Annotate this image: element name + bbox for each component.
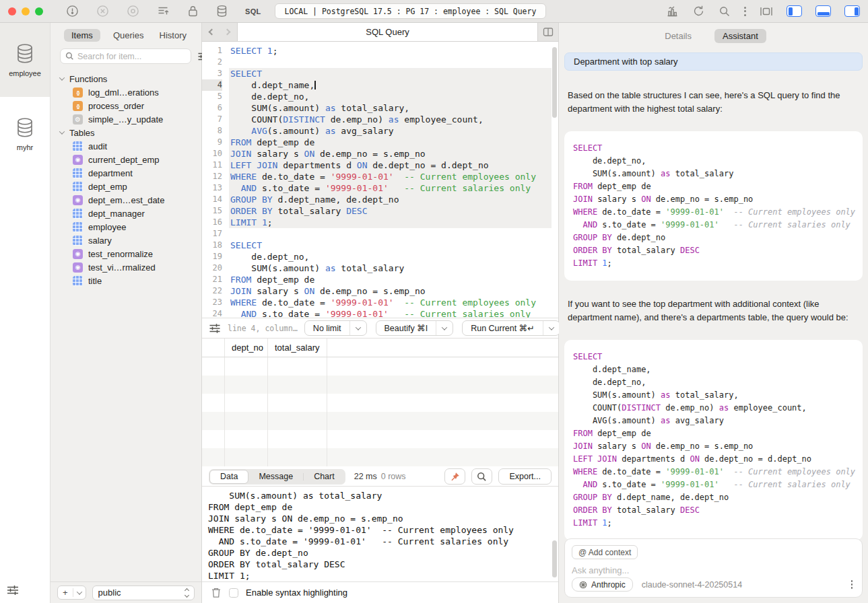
tree-item-salary[interactable]: salary xyxy=(60,234,201,247)
preview-scrollbar[interactable] xyxy=(552,540,557,577)
tree-item-test-renormalize[interactable]: ◉test_renormalize xyxy=(60,247,201,260)
item-search-box[interactable] xyxy=(60,48,191,64)
editor-scrollbar[interactable] xyxy=(552,47,557,118)
conversation-title-banner[interactable]: Department with top salary xyxy=(564,52,863,71)
tab-history[interactable]: History xyxy=(157,29,189,42)
filter-sliders-icon[interactable] xyxy=(209,322,221,334)
code-line: AND s.to_date = '9999-01-01' -- Current … xyxy=(229,308,552,318)
connection-myhr[interactable]: myhr xyxy=(0,97,50,171)
tab-assistant[interactable]: Assistant xyxy=(714,29,766,43)
tree-item-process-order[interactable]: {}process_order xyxy=(60,99,201,112)
code-line: COUNT(DISTINCT de.emp_no) as employee_co… xyxy=(229,114,552,125)
tree-section-functions[interactable]: Functions xyxy=(60,72,201,85)
beautify-button[interactable]: Beautify ⌘I xyxy=(376,320,454,336)
composer-more-icon[interactable] xyxy=(851,580,856,589)
table-icon xyxy=(73,209,83,219)
tab-chart[interactable]: Chart xyxy=(304,470,345,484)
tree-item-dept-em-est-date[interactable]: ◉dept_em…est_date xyxy=(60,193,201,207)
close-window-button[interactable] xyxy=(8,7,16,15)
refresh-icon[interactable] xyxy=(692,5,705,17)
split-view-icon[interactable] xyxy=(538,23,558,41)
tree-item-dept-emp[interactable]: dept_emp xyxy=(60,180,201,193)
table-row[interactable] xyxy=(202,448,558,466)
forward-icon[interactable] xyxy=(224,29,231,36)
preview-eye-icon[interactable] xyxy=(127,5,139,17)
line-number: 1 xyxy=(202,45,222,57)
code-area[interactable]: SELECT 1;SELECT d.dept_name, de.dept_no,… xyxy=(229,45,558,318)
search-results-button[interactable] xyxy=(471,468,492,485)
code-line: FROM dept_emp de xyxy=(229,274,552,285)
more-options-icon[interactable] xyxy=(744,7,746,16)
code-line: WHERE de.to_date = '9999-01-01' -- Curre… xyxy=(573,466,854,478)
add-context-chip[interactable]: @ Add context xyxy=(572,545,638,559)
sql-editor[interactable]: 123456789101112131415161718192021222324 … xyxy=(202,42,558,318)
database-icon[interactable] xyxy=(216,5,228,17)
query-preview[interactable]: SUM(s.amount) as total_salaryFROM dept_e… xyxy=(202,486,558,581)
chart-icon[interactable] xyxy=(666,5,679,17)
assistant-code-block-2[interactable]: SELECT d.dept_name, de.dept_no, SUM(s.am… xyxy=(564,340,863,540)
tree-item-label: dept_em…est_date xyxy=(88,195,164,205)
pin-button[interactable] xyxy=(444,468,465,485)
tree-section-tables[interactable]: Tables xyxy=(60,126,201,139)
function-icon: {} xyxy=(73,101,83,111)
tab-details[interactable]: Details xyxy=(661,29,696,43)
tab-sql-query[interactable]: SQL Query xyxy=(237,23,538,41)
minimize-window-button[interactable] xyxy=(22,7,30,15)
tree-item-employee[interactable]: employee xyxy=(60,220,201,234)
toggle-right-panel-button[interactable] xyxy=(844,5,860,17)
lock-icon[interactable] xyxy=(187,5,199,17)
schema-select[interactable]: public xyxy=(92,586,195,600)
limit-dropdown[interactable]: No limit xyxy=(304,320,367,336)
connection-title[interactable]: LOCAL | PostgreSQL 17.5 : PG 17 : employ… xyxy=(275,3,547,19)
tree-item-simple-y-update[interactable]: ⚙simple_…y_update xyxy=(60,112,201,126)
table-row[interactable] xyxy=(202,376,558,394)
export-button[interactable]: Export... xyxy=(498,468,552,485)
line-number: 10 xyxy=(202,148,222,159)
tree-item-test-vi-rmalized[interactable]: ◉test_vi…rmalized xyxy=(60,260,201,274)
tab-data[interactable]: Data xyxy=(209,470,248,484)
table-row[interactable] xyxy=(202,394,558,412)
connection-employee[interactable]: employee xyxy=(0,23,50,97)
provider-name: Anthropic xyxy=(591,580,626,590)
toggle-left-panel-button[interactable] xyxy=(787,5,802,17)
connection-label: employee xyxy=(9,69,41,77)
column-header-total-salary[interactable]: total_salary xyxy=(268,339,327,357)
provider-selector[interactable]: Anthropic xyxy=(572,577,633,592)
filter-sliders-icon[interactable] xyxy=(6,583,20,597)
run-current-button[interactable]: Run Current ⌘↵ xyxy=(462,320,560,336)
window-center-icon[interactable] xyxy=(760,6,773,17)
toggle-bottom-panel-button[interactable] xyxy=(815,5,831,17)
tree-item-dept-manager[interactable]: dept_manager xyxy=(60,207,201,220)
table-row[interactable] xyxy=(202,357,558,376)
pin-icon xyxy=(450,472,460,482)
back-icon[interactable] xyxy=(209,29,215,36)
search-icon[interactable] xyxy=(719,5,731,17)
search-input[interactable] xyxy=(77,52,186,61)
tab-items[interactable]: Items xyxy=(64,29,100,42)
elapsed-time: 22 ms xyxy=(354,472,377,481)
trash-icon[interactable] xyxy=(211,587,222,598)
tree-item-label: employee xyxy=(88,222,126,232)
code-line: JOIN salary s ON de.emp_no = s.emp_no xyxy=(573,193,854,206)
table-row[interactable] xyxy=(202,412,558,430)
zoom-window-button[interactable] xyxy=(35,7,43,15)
ask-input[interactable] xyxy=(572,565,855,575)
tab-queries[interactable]: Queries xyxy=(110,29,147,42)
tab-message[interactable]: Message xyxy=(248,470,303,484)
tree-item-department[interactable]: department xyxy=(60,166,201,180)
column-header-dept-no[interactable]: dept_no xyxy=(225,339,268,357)
connection-power-icon[interactable] xyxy=(66,5,79,17)
tree-item-current-dept-emp[interactable]: ◉current_dept_emp xyxy=(60,153,201,166)
code-line: LIMIT 1; xyxy=(229,217,552,228)
tree-item-title[interactable]: title xyxy=(60,274,201,287)
preview-line: FROM dept_emp de xyxy=(208,501,552,513)
add-item-button[interactable]: + xyxy=(57,586,86,600)
view-icon: ◉ xyxy=(73,195,83,205)
tree-item-audit[interactable]: audit xyxy=(60,139,201,153)
import-icon[interactable] xyxy=(157,5,170,17)
assistant-code-block-1[interactable]: SELECT de.dept_no, SUM(s.amount) as tota… xyxy=(564,131,863,281)
table-row[interactable] xyxy=(202,430,558,448)
tree-item-log-dml-erations[interactable]: {}log_dml…erations xyxy=(60,85,201,99)
disconnect-icon[interactable] xyxy=(96,5,109,17)
syntax-highlighting-checkbox[interactable] xyxy=(229,588,238,598)
